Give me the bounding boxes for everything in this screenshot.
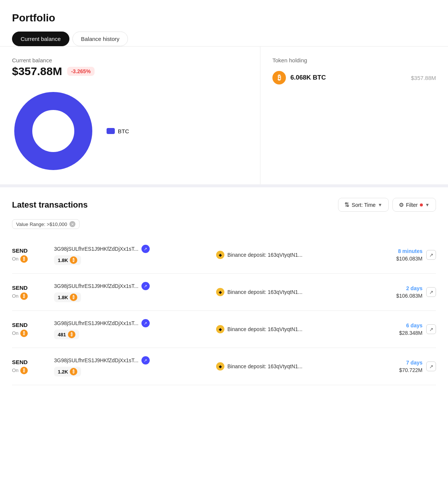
tx-network-label-0: On — [12, 256, 18, 262]
balance-section: Current balance $357.88M -3.265% BTC Tok… — [0, 47, 448, 187]
filter-icon: ⚙ — [399, 202, 404, 208]
tx-time-col-2: 6 days $28.348M — [374, 322, 422, 336]
tx-addr-row-3: 3G98jSULfhrES1J9HKfZdDjXx1sT... ↗ — [54, 356, 207, 364]
tx-addr-0: 3G98jSULfhrES1J9HKfZdDjXx1sT... — [54, 246, 138, 252]
legend-color-btc — [107, 128, 115, 134]
token-usd-value: $357.88M — [411, 75, 436, 81]
tx-network-1: On ₿ — [12, 292, 50, 300]
tx-network-0: On ₿ — [12, 255, 50, 263]
tx-dest-row-1: ◆ Binance deposit: 163qVtyqtN1... — [216, 288, 369, 296]
tx-amount-btc-icon-0: ₿ — [70, 256, 77, 264]
balance-amount: $357.88M — [12, 65, 62, 78]
balance-change: -3.265% — [67, 67, 94, 76]
sort-chevron-icon: ▼ — [378, 202, 382, 208]
tx-btc-icon-3: ₿ — [20, 367, 28, 374]
tx-addr-col-2: 3G98jSULfhrES1J9HKfZdDjXx1sT... ↗ 481 ₿ — [50, 319, 212, 339]
tx-external-link-3[interactable]: ↗ — [426, 361, 436, 371]
tx-usd-1: $106.083M — [374, 293, 422, 299]
tx-arrow-icon-1: ↗ — [141, 282, 150, 290]
tx-dest-label-0: Binance deposit: 163qVtyqtN1... — [227, 252, 302, 258]
filter-button[interactable]: ⚙ Filter ▼ — [392, 198, 436, 212]
tx-dest-label-1: Binance deposit: 163qVtyqtN1... — [227, 289, 302, 295]
tx-time-1: 2 days — [374, 285, 422, 291]
tx-network-3: On ₿ — [12, 367, 50, 374]
tx-btc-icon-2: ₿ — [20, 330, 28, 337]
tx-link-col-1: ↗ — [422, 287, 436, 297]
tx-type-col-2: SEND On ₿ — [12, 322, 50, 337]
filter-tag-remove[interactable]: ✕ — [69, 221, 75, 227]
tab-balance-history[interactable]: Balance history — [72, 32, 128, 46]
tx-dest-row-2: ◆ Binance deposit: 163qVtyqtN1... — [216, 325, 369, 333]
tx-link-col-0: ↗ — [422, 250, 436, 260]
tx-arrow-icon-3: ↗ — [141, 356, 150, 364]
tx-arrow-icon-2: ↗ — [141, 319, 150, 327]
token-row: ₿ 6.068K BTC $357.88M — [272, 71, 436, 84]
tx-time-2: 6 days — [374, 322, 422, 328]
tx-controls: ⇅ Sort: Time ▼ ⚙ Filter ▼ — [338, 198, 436, 212]
tx-type-1: SEND — [12, 285, 50, 291]
tx-amount-2: 481 — [58, 332, 66, 337]
header: Portfolio Current balance Balance histor… — [0, 0, 448, 46]
tx-network-label-1: On — [12, 293, 18, 299]
tab-bar: Current balance Balance history — [12, 32, 436, 46]
tx-external-link-1[interactable]: ↗ — [426, 287, 436, 297]
balance-label: Current balance — [12, 57, 248, 63]
page-title: Portfolio — [12, 12, 436, 24]
tx-arrow-icon-0: ↗ — [141, 245, 150, 253]
balance-right: Token holding ₿ 6.068K BTC $357.88M — [260, 47, 448, 184]
tx-addr-col-1: 3G98jSULfhrES1J9HKfZdDjXx1sT... ↗ 1.8K ₿ — [50, 282, 212, 302]
table-row: SEND On ₿ 3G98jSULfhrES1J9HKfZdDjXx1sT..… — [12, 274, 436, 311]
tx-addr-col-3: 3G98jSULfhrES1J9HKfZdDjXx1sT... ↗ 1.2K ₿ — [50, 356, 212, 377]
tx-title: Latest transactions — [12, 200, 88, 210]
filter-label: Filter — [406, 202, 418, 208]
tx-amount-btc-icon-2: ₿ — [68, 331, 75, 338]
transactions-section: Latest transactions ⇅ Sort: Time ▼ ⚙ Fil… — [0, 187, 448, 385]
tx-addr-row-2: 3G98jSULfhrES1J9HKfZdDjXx1sT... ↗ — [54, 319, 207, 327]
tx-dest-row-0: ◆ Binance deposit: 163qVtyqtN1... — [216, 251, 369, 259]
tx-amount-btc-icon-1: ₿ — [70, 294, 77, 301]
sort-label: Sort: Time — [352, 202, 376, 208]
tx-dest-col-2: ◆ Binance deposit: 163qVtyqtN1... — [212, 325, 374, 333]
sort-button[interactable]: ⇅ Sort: Time ▼ — [338, 198, 389, 212]
binance-icon-0: ◆ — [216, 251, 224, 259]
tab-current-balance[interactable]: Current balance — [12, 32, 69, 46]
tx-type-0: SEND — [12, 247, 50, 254]
table-row: SEND On ₿ 3G98jSULfhrES1J9HKfZdDjXx1sT..… — [12, 348, 436, 385]
tx-dest-label-2: Binance deposit: 163qVtyqtN1... — [227, 326, 302, 332]
tx-external-link-2[interactable]: ↗ — [426, 324, 436, 334]
chart-legend: BTC — [107, 128, 129, 134]
tx-time-col-3: 7 days $70.722M — [374, 360, 422, 373]
tx-time-col-1: 2 days $106.083M — [374, 285, 422, 299]
page-wrapper: Portfolio Current balance Balance histor… — [0, 0, 448, 494]
donut-area: BTC — [12, 87, 248, 172]
binance-icon-3: ◆ — [216, 362, 224, 370]
tx-header: Latest transactions ⇅ Sort: Time ▼ ⚙ Fil… — [12, 198, 436, 212]
binance-icon-1: ◆ — [216, 288, 224, 296]
tx-addr-1: 3G98jSULfhrES1J9HKfZdDjXx1sT... — [54, 283, 138, 289]
tx-amount-0: 1.8K — [58, 258, 68, 263]
svg-point-1 — [36, 114, 70, 148]
tx-link-col-2: ↗ — [422, 324, 436, 334]
tx-dest-col-3: ◆ Binance deposit: 163qVtyqtN1... — [212, 362, 374, 370]
token-heading: Token holding — [272, 57, 436, 63]
tx-addr-3: 3G98jSULfhrES1J9HKfZdDjXx1sT... — [54, 357, 138, 363]
tx-addr-col-0: 3G98jSULfhrES1J9HKfZdDjXx1sT... ↗ 1.8K ₿ — [50, 245, 212, 265]
tx-usd-2: $28.348M — [374, 330, 422, 336]
tx-dest-col-0: ◆ Binance deposit: 163qVtyqtN1... — [212, 251, 374, 259]
binance-icon-2: ◆ — [216, 325, 224, 333]
tx-amount-tag-2: 481 ₿ — [54, 330, 79, 339]
table-row: SEND On ₿ 3G98jSULfhrES1J9HKfZdDjXx1sT..… — [12, 236, 436, 274]
donut-chart — [12, 90, 95, 172]
tx-type-col-1: SEND On ₿ — [12, 285, 50, 300]
tx-usd-3: $70.722M — [374, 367, 422, 373]
tx-network-label-3: On — [12, 367, 18, 373]
tx-time-3: 7 days — [374, 360, 422, 366]
btc-icon: ₿ — [272, 71, 286, 84]
tx-external-link-0[interactable]: ↗ — [426, 250, 436, 260]
balance-left: Current balance $357.88M -3.265% BTC — [0, 47, 260, 184]
tx-type-col-0: SEND On ₿ — [12, 247, 50, 263]
tx-amount-3: 1.2K — [58, 369, 68, 375]
tx-network-label-2: On — [12, 330, 18, 336]
tx-amount-btc-icon-3: ₿ — [70, 368, 77, 375]
tx-time-0: 8 minutes — [374, 248, 422, 254]
